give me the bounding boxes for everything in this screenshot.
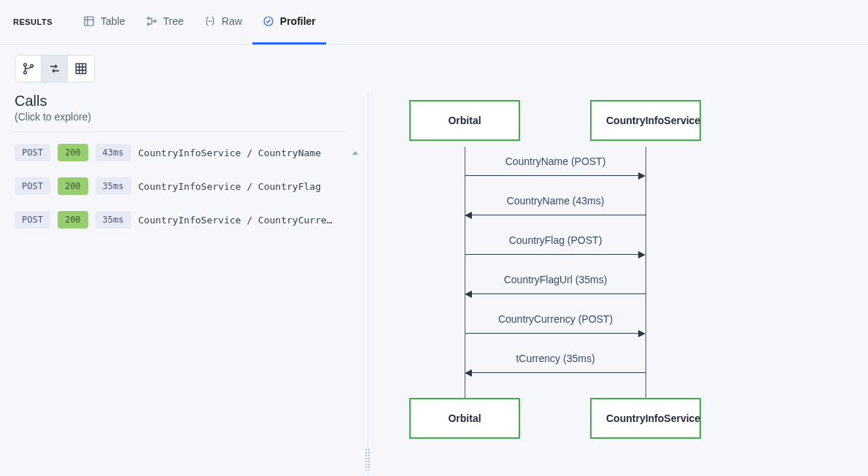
method-badge: POST (15, 144, 50, 161)
table-icon (83, 15, 95, 27)
results-label: RESULTS (13, 18, 53, 26)
msg-arrow (470, 372, 646, 373)
method-badge: POST (15, 177, 50, 195)
call-desc: CountryInfoService / CountryName (139, 147, 349, 158)
view-grid-button[interactable] (68, 55, 94, 82)
lifeline-left (465, 147, 465, 399)
svg-point-6 (209, 20, 209, 21)
msg-arrow (465, 254, 640, 255)
msg-arrow (470, 215, 646, 215)
sequence-diagram: Orbital CountryInfoService CountryName (… (373, 100, 868, 465)
results-tabs: Table Tree Raw Profiler (73, 0, 326, 45)
svg-point-7 (211, 20, 212, 21)
tab-tree[interactable]: Tree (136, 0, 194, 45)
arrow-left-icon (465, 212, 472, 219)
tree-icon (146, 15, 158, 27)
arrow-left-icon (465, 369, 472, 377)
call-row[interactable]: POST 200 35ms CountryInfoService / Count… (15, 207, 348, 233)
results-header: RESULTS Table Tree Raw Profiler (0, 0, 868, 45)
actor-countryinfo-top: CountryInfoService (590, 100, 701, 141)
status-badge: 200 (58, 211, 88, 229)
tab-label: Tree (163, 15, 184, 27)
splitter-grip-icon (365, 448, 371, 470)
sequence-diagram-panel: Orbital CountryInfoService CountryName (… (373, 93, 868, 476)
profiler-icon (263, 15, 274, 27)
actor-orbital-top: Orbital (409, 100, 520, 141)
view-branch-button[interactable] (15, 55, 42, 82)
raw-icon (204, 15, 216, 27)
msg-arrow (470, 293, 646, 294)
tab-table[interactable]: Table (73, 0, 135, 45)
arrow-right-icon (638, 330, 646, 337)
status-badge: 200 (58, 144, 88, 161)
calls-panel: Calls (Click to explore) POST 200 43ms C… (0, 93, 363, 476)
tab-profiler[interactable]: Profiler (252, 0, 326, 45)
svg-point-8 (264, 17, 273, 26)
msg-label: CountryCurrency (POST) (466, 313, 645, 325)
panel-splitter[interactable] (363, 93, 373, 476)
svg-point-4 (147, 23, 150, 25)
tab-label: Raw (222, 15, 242, 27)
time-badge: 35ms (96, 177, 131, 195)
calls-title: Calls (15, 93, 348, 110)
svg-point-5 (154, 20, 156, 22)
msg-label: tCurrency (35ms) (466, 353, 645, 364)
msg-label: CountryName (POST) (466, 156, 645, 167)
view-sequence-button[interactable] (42, 55, 68, 82)
svg-point-3 (147, 17, 150, 19)
arrow-left-icon (465, 291, 472, 298)
msg-label: CountryFlag (POST) (466, 234, 645, 246)
arrow-right-icon (638, 172, 646, 180)
arrow-right-icon (638, 251, 646, 258)
method-badge: POST (15, 211, 50, 229)
actor-orbital-bottom: Orbital (409, 398, 520, 439)
lifeline-right (646, 147, 646, 399)
svg-rect-12 (76, 64, 86, 74)
tab-label: Table (101, 15, 125, 27)
msg-arrow (465, 175, 640, 176)
time-badge: 43ms (96, 144, 131, 161)
profiler-toolbar (0, 45, 868, 93)
tab-label: Profiler (280, 15, 316, 27)
view-mode-group (15, 55, 95, 82)
scroll-up-icon[interactable] (352, 151, 358, 155)
svg-point-11 (30, 64, 33, 67)
msg-label: CountryName (43ms) (466, 195, 645, 207)
calls-subtitle: (Click to explore) (15, 111, 348, 123)
svg-point-10 (23, 71, 26, 74)
tab-raw[interactable]: Raw (194, 0, 252, 45)
call-row[interactable]: POST 200 35ms CountryInfoService / Count… (15, 173, 348, 199)
call-row[interactable]: POST 200 43ms CountryInfoService / Count… (15, 139, 348, 166)
time-badge: 35ms (96, 211, 131, 229)
svg-point-9 (23, 64, 26, 66)
divider (15, 131, 348, 132)
status-badge: 200 (58, 177, 88, 195)
actor-countryinfo-bottom: CountryInfoService (590, 398, 701, 439)
msg-arrow (465, 333, 640, 334)
profiler-content: Calls (Click to explore) POST 200 43ms C… (0, 93, 868, 476)
svg-rect-0 (85, 17, 93, 26)
msg-label: CountryFlagUrl (35ms) (466, 274, 645, 285)
call-desc: CountryInfoService / CountryFlag (139, 181, 349, 192)
call-desc: CountryInfoService / CountryCurre… (139, 215, 349, 226)
